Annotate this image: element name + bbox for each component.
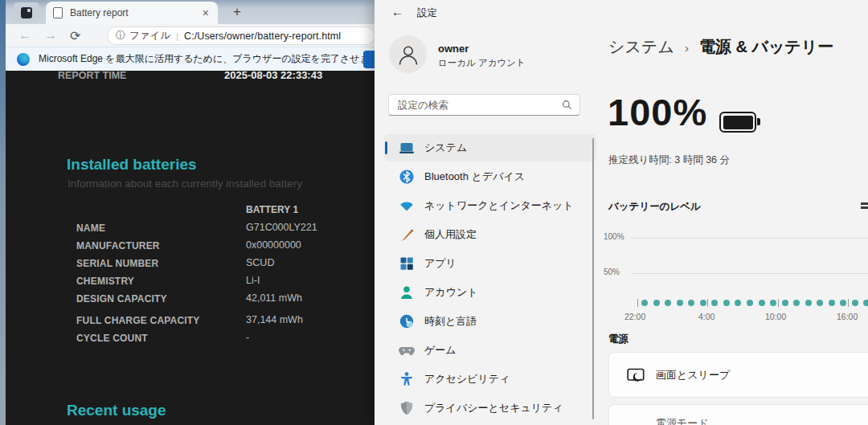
sidebar-item-system[interactable]: システム: [384, 134, 596, 161]
report-row-value: 37,144 mWh: [246, 314, 303, 325]
x-axis-tick: [848, 299, 849, 307]
battery-level-dot: [641, 300, 648, 306]
report-time-label: REPORT TIME: [58, 71, 126, 81]
shield-icon: [399, 400, 415, 416]
system-icon: [399, 140, 415, 156]
sidebar-item-label: ネットワークとインターネット: [424, 198, 574, 213]
address-bar[interactable]: ⓘ ファイル | C:/Users/owner/battery-report.h…: [107, 27, 375, 45]
breadcrumb: システム › 電源 & バッテリー: [608, 36, 833, 58]
sidebar-item-accessibility[interactable]: アクセシビリティ: [384, 366, 596, 393]
screen-sleep-card[interactable]: 画面とスリープ: [608, 352, 868, 398]
profile-account-type: ローカル アカウント: [438, 57, 526, 69]
sidebar-item-privacy-security[interactable]: プライバシーとセキュリティ: [384, 394, 596, 422]
sidebar-item-network-internet[interactable]: ネットワークとインターネット: [384, 192, 596, 219]
page-title: 電源 & バッテリー: [699, 36, 833, 58]
sidebar-item-apps[interactable]: アプリ: [384, 250, 596, 277]
sidebar-item-gaming[interactable]: ゲーム: [384, 337, 596, 364]
edge-browser-window: Battery report × + ← → ⟳ ⓘ ファイル | C:/Use…: [0, 0, 375, 425]
forward-icon[interactable]: →: [44, 28, 57, 43]
battery-level-dot: [770, 300, 776, 306]
x-axis-label: 16:00: [837, 312, 858, 321]
battery-report-page: REPORT TIME 2025-08-03 22:33:43 Installe…: [6, 71, 375, 425]
gridline-100: [631, 238, 868, 239]
battery-level-dot: [723, 300, 730, 306]
report-row-label: NAME: [76, 223, 105, 234]
back-icon[interactable]: ←: [18, 28, 31, 43]
sidebar-item-label: ゲーム: [424, 343, 457, 358]
new-tab-button[interactable]: +: [227, 3, 247, 21]
sidebar-item-label: システム: [424, 141, 467, 155]
report-row-value: G71C000LY221: [246, 222, 317, 233]
screen-sleep-label: 画面とスリープ: [656, 368, 730, 382]
x-axis-label: 10:00: [765, 312, 786, 321]
power-mode-card[interactable]: 電源モード: [608, 404, 868, 425]
sidebar-item-bluetooth-devices[interactable]: Bluetooth とデバイス: [384, 163, 596, 190]
report-time-value: 2025-08-03 22:33:43: [224, 71, 322, 81]
sidebar-item-label: アクセシビリティ: [424, 372, 510, 386]
tab-actions-button[interactable]: [14, 2, 39, 22]
estimated-time-remaining: 推定残り時間: 3 時間 36 分: [608, 153, 730, 167]
y-axis-label: 50%: [604, 268, 628, 276]
bluetooth-icon: [399, 169, 415, 185]
battery-full-icon: [719, 112, 756, 133]
battery-level-chart-title: バッテリーのレベル: [608, 200, 701, 214]
accessibility-person-icon: [399, 371, 415, 387]
screen-sleep-icon: [627, 367, 645, 383]
sidebar-item-label: アカウント: [424, 285, 478, 300]
x-axis-tick: [637, 299, 638, 307]
tab-strip: Battery report × +: [6, 0, 375, 24]
chart-dots-row: [631, 296, 868, 311]
report-row-value: Li-I: [246, 275, 260, 286]
settings-back-icon[interactable]: ←: [391, 5, 403, 18]
report-row-label: MANUFACTURER: [76, 240, 160, 251]
battery-level-dot: [852, 300, 858, 306]
banner-message: Microsoft Edge を最大限に活用するために、ブラウザーの設定を完了さ…: [39, 52, 375, 66]
desktop-edge-strip: [0, 0, 6, 425]
battery-level-dot: [793, 300, 800, 306]
x-axis-tick: [707, 299, 708, 307]
sidebar-scrollbar[interactable]: [592, 138, 594, 419]
sidebar-item-time-language[interactable]: 時刻と言語: [384, 308, 596, 335]
tab-close-icon[interactable]: ×: [201, 6, 211, 19]
x-axis-tick: [778, 299, 779, 307]
report-row-value: SCUD: [246, 257, 274, 268]
sidebar-item-personalization[interactable]: 個人用設定: [384, 221, 596, 248]
search-icon[interactable]: [562, 100, 572, 110]
battery-level-dot: [829, 300, 835, 306]
selected-accent-bar: [385, 141, 387, 154]
battery-column-header: BATTERY 1: [246, 204, 298, 215]
account-person-icon: [399, 284, 415, 300]
screenshot-root: Battery report × + ← → ⟳ ⓘ ファイル | C:/Use…: [0, 0, 868, 425]
report-row-value: 42,011 mWh: [246, 292, 302, 304]
user-avatar[interactable]: [389, 35, 427, 73]
battery-level-dot: [805, 300, 812, 306]
settings-search-box[interactable]: [388, 94, 580, 116]
address-scheme-label: ファイル: [129, 29, 170, 43]
clipped-ui-element: [861, 201, 868, 210]
tab-title: Battery report: [70, 7, 201, 18]
x-axis-label: 22:00: [624, 312, 645, 321]
battery-level-dot: [711, 300, 718, 306]
battery-level-dot: [863, 300, 868, 306]
settings-search-input[interactable]: [389, 100, 562, 111]
sidebar-item-label: 個人用設定: [424, 227, 477, 242]
banner-action-button[interactable]: [363, 51, 375, 68]
battery-level-dot: [677, 300, 683, 306]
page-info-icon[interactable]: ⓘ: [116, 29, 125, 43]
browser-toolbar: ← → ⟳ ⓘ ファイル | C:/Users/owner/battery-re…: [6, 24, 375, 47]
tab-actions-icon: [21, 7, 32, 18]
refresh-icon[interactable]: ⟳: [70, 28, 80, 43]
apps-icon: [399, 255, 415, 272]
browser-tab[interactable]: Battery report ×: [46, 2, 218, 24]
recent-usage-heading: Recent usage: [67, 402, 166, 419]
gridline-50: [631, 273, 868, 274]
wifi-icon: [399, 198, 415, 214]
battery-level-dot: [817, 300, 823, 306]
sidebar-item-accounts[interactable]: アカウント: [384, 279, 596, 306]
page-favicon-icon: [53, 7, 63, 18]
battery-level-dot: [747, 300, 753, 306]
battery-level-dot: [665, 300, 671, 306]
breadcrumb-system[interactable]: システム: [608, 36, 674, 58]
report-row-label: CHEMISTRY: [76, 276, 134, 287]
game-controller-icon: [399, 342, 415, 358]
